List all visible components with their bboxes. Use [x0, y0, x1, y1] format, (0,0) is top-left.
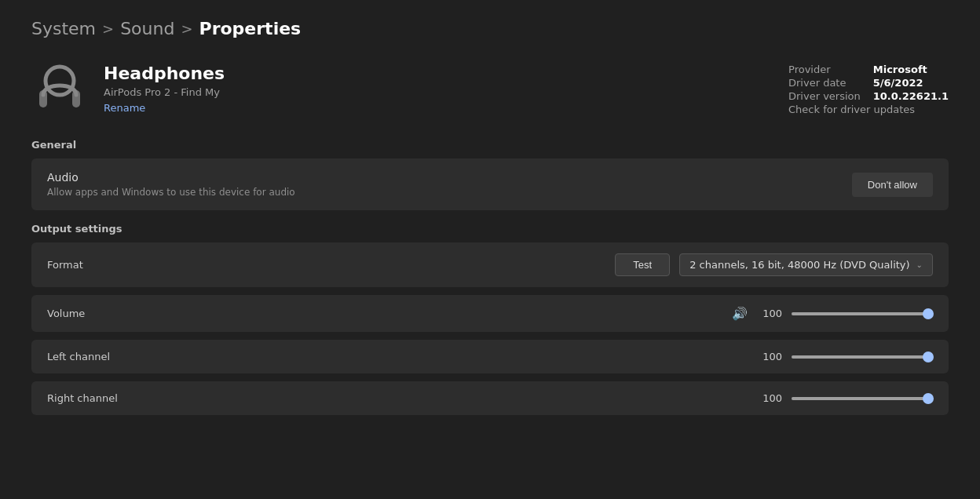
device-name: Headphones: [104, 64, 773, 83]
breadcrumb-sound[interactable]: Sound: [120, 19, 174, 38]
right-channel-slider-track[interactable]: [792, 397, 933, 400]
device-subtitle: AirPods Pro 2 - Find My: [104, 86, 773, 98]
volume-icon: 🔊: [732, 306, 748, 321]
audio-card: Audio Allow apps and Windows to use this…: [31, 158, 949, 210]
test-button[interactable]: Test: [615, 253, 670, 276]
device-header: Headphones AirPods Pro 2 - Find My Renam…: [31, 60, 949, 117]
driver-date-label: Driver date: [788, 77, 861, 89]
audio-title: Audio: [47, 171, 295, 184]
format-selected-value: 2 channels, 16 bit, 48000 Hz (DVD Qualit…: [689, 259, 909, 271]
volume-controls: 🔊 100: [732, 306, 933, 321]
left-channel-slider-track[interactable]: [792, 355, 933, 359]
left-channel-slider-thumb[interactable]: [923, 351, 934, 362]
volume-slider-thumb[interactable]: [923, 308, 934, 319]
volume-slider-fill: [792, 312, 933, 315]
left-channel-controls: 100: [760, 351, 933, 362]
left-channel-value: 100: [760, 351, 782, 362]
right-channel-value: 100: [760, 392, 782, 404]
volume-label: Volume: [47, 308, 173, 319]
provider-label: Provider: [788, 64, 861, 75]
output-settings-title: Output settings: [31, 223, 949, 235]
provider-value: Microsoft: [873, 64, 949, 75]
headphone-icon: [31, 60, 88, 117]
driver-version-value: 10.0.22621.1: [873, 90, 949, 102]
left-channel-row: Left channel 100: [31, 340, 949, 373]
breadcrumb-sep2: >: [181, 20, 192, 37]
svg-point-0: [46, 67, 74, 95]
breadcrumb-properties: Properties: [199, 19, 302, 38]
right-channel-slider-thumb[interactable]: [923, 393, 934, 404]
device-info: Headphones AirPods Pro 2 - Find My Renam…: [104, 60, 773, 114]
driver-version-label: Driver version: [788, 90, 861, 102]
right-channel-slider-container: [792, 397, 933, 400]
format-controls: Test 2 channels, 16 bit, 48000 Hz (DVD Q…: [615, 253, 933, 276]
driver-info: Provider Microsoft Driver date 5/6/2022 …: [788, 60, 949, 115]
check-driver-updates-link[interactable]: Check for driver updates: [788, 104, 949, 115]
volume-slider-container: [792, 312, 933, 315]
breadcrumb-system[interactable]: System: [31, 19, 96, 38]
breadcrumb-sep1: >: [102, 20, 114, 37]
left-channel-slider-fill: [792, 355, 933, 359]
right-channel-row: Right channel 100: [31, 381, 949, 415]
general-section-title: General: [31, 139, 949, 151]
chevron-down-icon: ⌄: [916, 260, 923, 269]
audio-card-text: Audio Allow apps and Windows to use this…: [47, 171, 295, 198]
breadcrumb: System > Sound > Properties: [31, 19, 949, 38]
left-channel-label: Left channel: [47, 351, 173, 362]
output-settings-section: Output settings Format Test 2 channels, …: [31, 223, 949, 415]
right-channel-slider-fill: [792, 397, 933, 400]
format-label: Format: [47, 259, 173, 271]
format-dropdown[interactable]: 2 channels, 16 bit, 48000 Hz (DVD Qualit…: [679, 253, 933, 276]
audio-desc: Allow apps and Windows to use this devic…: [47, 187, 295, 198]
driver-date-value: 5/6/2022: [873, 77, 949, 89]
dont-allow-button[interactable]: Don't allow: [852, 173, 933, 197]
volume-row: Volume 🔊 100: [31, 295, 949, 332]
left-channel-slider-container: [792, 355, 933, 359]
right-channel-label: Right channel: [47, 392, 173, 404]
rename-link[interactable]: Rename: [104, 102, 145, 114]
format-row: Format Test 2 channels, 16 bit, 48000 Hz…: [31, 242, 949, 287]
volume-value: 100: [760, 308, 782, 319]
right-channel-controls: 100: [760, 392, 933, 404]
volume-slider-track[interactable]: [792, 312, 933, 315]
